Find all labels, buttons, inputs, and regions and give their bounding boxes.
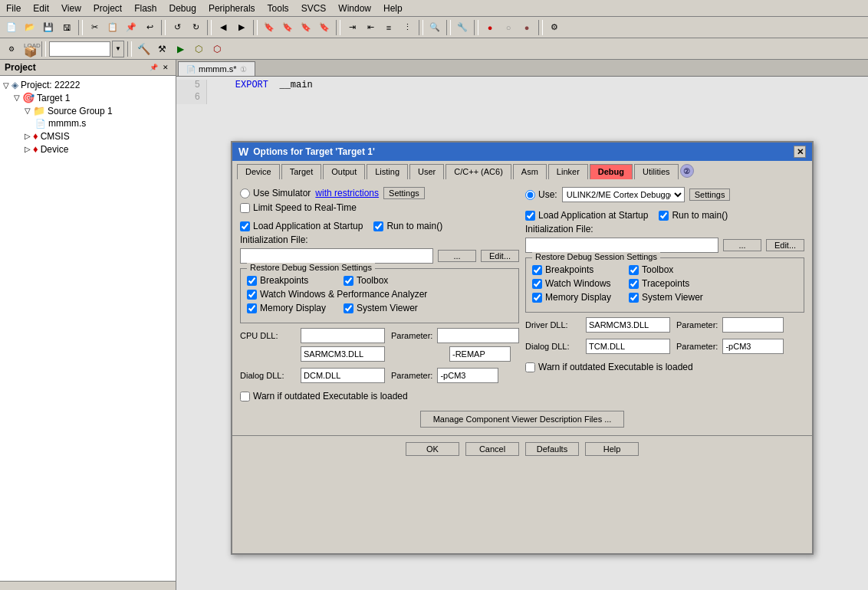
bookmark-btn[interactable]: 🔖: [261, 19, 278, 36]
circle3-btn[interactable]: ●: [518, 19, 535, 36]
right-settings-btn[interactable]: Settings: [689, 188, 731, 201]
limit-speed-check[interactable]: Limit Speed to Real-Time: [240, 202, 357, 213]
left-browse-btn[interactable]: ...: [438, 250, 476, 262]
tree-device[interactable]: ▷ ♦ Device: [3, 143, 173, 156]
flash2-btn[interactable]: ⬡: [190, 41, 207, 57]
restrictions-link[interactable]: with restrictions: [315, 188, 379, 198]
right-sv-checkbox[interactable]: [629, 293, 639, 303]
left-bp-check[interactable]: Breakpoints: [247, 275, 339, 286]
target-options-btn[interactable]: ⚙: [3, 41, 20, 57]
redo-btn[interactable]: ↻: [187, 19, 204, 36]
right-load-checkbox[interactable]: [525, 211, 535, 221]
right-drv-param-input[interactable]: [722, 317, 784, 333]
menu-help[interactable]: Help: [377, 2, 409, 15]
left-init-file-input[interactable]: [240, 248, 433, 264]
debugger-select[interactable]: ULINK2/ME Cortex Debugger: [562, 187, 685, 202]
right-toolbox-checkbox[interactable]: [629, 265, 639, 275]
right-mem-checkbox[interactable]: [532, 293, 542, 303]
save-all-btn[interactable]: 🖫: [58, 19, 75, 36]
save-btn[interactable]: 💾: [40, 19, 57, 36]
left-load-checkbox[interactable]: [240, 221, 250, 231]
sidebar-pin-btn[interactable]: 📌: [148, 62, 159, 73]
left-sv-check[interactable]: System Viewer: [344, 303, 418, 313]
left-warn-checkbox[interactable]: [240, 392, 250, 402]
menu-project[interactable]: Project: [87, 2, 128, 15]
tab-debug[interactable]: Debug: [590, 164, 633, 179]
cancel-btn[interactable]: Cancel: [465, 442, 519, 456]
tab-user[interactable]: User: [409, 164, 444, 179]
cut-btn[interactable]: ✂: [86, 19, 103, 36]
bookmark3-btn[interactable]: 🔖: [298, 19, 314, 36]
menu-tools[interactable]: Tools: [261, 2, 295, 15]
left-ww-check[interactable]: Watch Windows & Performance Analyzer: [247, 289, 427, 300]
unindent-btn[interactable]: ⇤: [362, 19, 379, 36]
left-ww-checkbox[interactable]: [247, 290, 257, 300]
tab-output[interactable]: Output: [323, 164, 365, 179]
right-ww-checkbox[interactable]: [532, 279, 542, 289]
manage-cvdf-btn[interactable]: Manage Component Viewer Description File…: [420, 411, 625, 428]
left-bp-checkbox[interactable]: [247, 276, 257, 286]
left-load-check[interactable]: Load Application at Startup: [240, 221, 363, 231]
new-file-btn[interactable]: 📄: [3, 19, 20, 36]
use-debugger-radio[interactable]: Use:: [525, 189, 557, 200]
nav-btn[interactable]: ↩: [141, 19, 158, 36]
left-sv-checkbox[interactable]: [344, 303, 353, 313]
target-input[interactable]: Target 1: [49, 41, 110, 57]
right-sv-check[interactable]: System Viewer: [629, 292, 703, 303]
right-trace-checkbox[interactable]: [629, 279, 639, 289]
paste-btn[interactable]: 📌: [123, 19, 140, 36]
tab-listing[interactable]: Listing: [367, 164, 408, 179]
right-warn-check[interactable]: Warn if outdated Executable is loaded: [525, 362, 693, 372]
left-toolbox-checkbox[interactable]: [344, 276, 353, 286]
right-dlg-dll-input[interactable]: [586, 339, 670, 354]
left-cpu-param-value-input[interactable]: [449, 346, 511, 362]
left-dlg-param-input[interactable]: [437, 368, 498, 383]
right-bp-checkbox[interactable]: [532, 265, 542, 275]
right-bp-check[interactable]: Breakpoints: [532, 264, 624, 275]
left-edit-btn[interactable]: Edit...: [481, 250, 519, 262]
flash-btn[interactable]: ▶: [172, 41, 189, 57]
nav-back-btn[interactable]: ◀: [215, 19, 232, 36]
limit-speed-checkbox[interactable]: [240, 203, 250, 213]
simulator-radio-input[interactable]: [240, 188, 250, 198]
right-mem-check[interactable]: Memory Display: [532, 292, 624, 303]
menu-file[interactable]: File: [0, 2, 27, 15]
build-btn[interactable]: 🔨: [135, 41, 152, 57]
right-drv-dll-input[interactable]: [586, 317, 670, 333]
sidebar-close-btn[interactable]: ✕: [160, 62, 171, 73]
right-runtomain-check[interactable]: Run to main(): [659, 210, 728, 221]
tree-source-group[interactable]: ▽ 📁 Source Group 1: [3, 104, 173, 117]
load-icon-btn[interactable]: LOAD 📦: [21, 41, 38, 57]
right-browse-btn[interactable]: ...: [723, 239, 761, 251]
tab-asm[interactable]: Asm: [513, 164, 547, 179]
right-warn-checkbox[interactable]: [525, 362, 535, 372]
undo-btn[interactable]: ↺: [169, 19, 186, 36]
bookmark4-btn[interactable]: 🔖: [316, 19, 333, 36]
format2-btn[interactable]: ⋮: [399, 19, 416, 36]
left-warn-check[interactable]: Warn if outdated Executable is loaded: [240, 391, 408, 402]
circle2-btn[interactable]: ○: [500, 19, 517, 36]
tab-utilities[interactable]: Utilities: [634, 164, 678, 179]
target-dropdown-arrow[interactable]: ▼: [112, 41, 124, 57]
copy-btn[interactable]: 📋: [104, 19, 121, 36]
left-dlg-dll-input[interactable]: [301, 368, 385, 383]
menu-view[interactable]: View: [55, 2, 87, 15]
left-runtomain-checkbox[interactable]: [373, 221, 383, 231]
right-init-file-input[interactable]: [525, 238, 718, 253]
circle1-btn[interactable]: ●: [482, 19, 498, 36]
find-btn[interactable]: 🔍: [426, 19, 443, 36]
indent-btn[interactable]: ⇥: [344, 19, 360, 36]
help-btn[interactable]: Help: [585, 442, 639, 456]
tab-linker[interactable]: Linker: [548, 164, 588, 179]
menu-debug[interactable]: Debug: [163, 2, 202, 15]
menu-peripherals[interactable]: Peripherals: [202, 2, 261, 15]
debugger-radio-input[interactable]: [525, 190, 535, 200]
right-load-check[interactable]: Load Application at Startup: [525, 210, 648, 221]
left-cpu-dll-input[interactable]: [301, 328, 385, 343]
use-simulator-radio[interactable]: Use Simulator: [240, 188, 311, 198]
right-dlg-param-input[interactable]: [722, 339, 784, 354]
ok-btn[interactable]: OK: [406, 442, 459, 456]
menu-svcs[interactable]: SVCS: [295, 2, 333, 15]
gear-tool-btn[interactable]: ⚙: [546, 19, 563, 36]
build-all-btn[interactable]: ⚒: [153, 41, 170, 57]
